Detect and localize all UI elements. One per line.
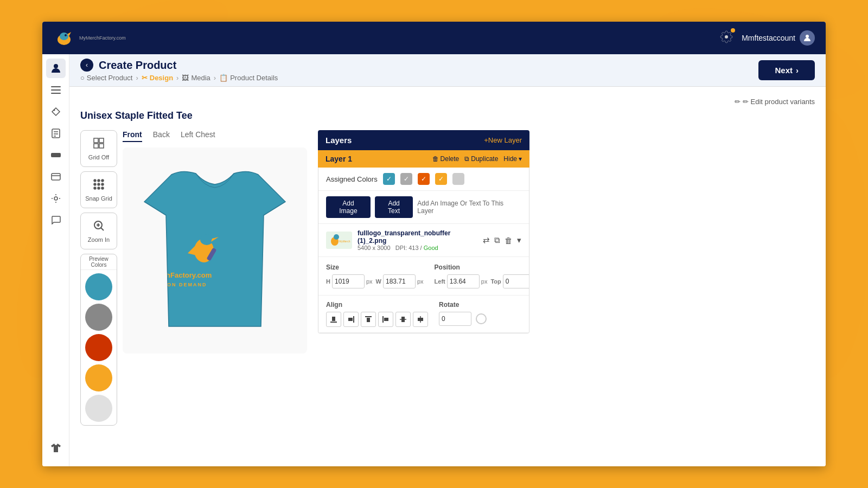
svg-rect-14 bbox=[51, 93, 61, 94]
add-text-btn[interactable]: Add Text bbox=[375, 196, 413, 218]
sidebar-item-menu[interactable] bbox=[46, 80, 66, 100]
main-content: ‹ Create Product ○ Select Product › ✂ De… bbox=[69, 54, 826, 466]
color-swatch-light-gray[interactable] bbox=[85, 395, 112, 422]
top-input-group: Top px bbox=[490, 274, 529, 288]
align-center-v-btn[interactable] bbox=[395, 312, 411, 327]
rotate-label: Rotate bbox=[439, 301, 521, 309]
design-view: Front Back Left Chest bbox=[123, 130, 307, 426]
delete-layer-btn[interactable]: 🗑 Delete bbox=[432, 155, 459, 163]
align-left-btn[interactable] bbox=[378, 312, 393, 327]
navbar: MyMerchFactory.com Mmftestaccount bbox=[42, 22, 826, 54]
align-bottom-btn[interactable] bbox=[326, 312, 341, 327]
svg-rect-55 bbox=[365, 316, 372, 317]
tshirt-canvas: MyMerchFactory.com PRINT ON DEMAND bbox=[123, 147, 307, 354]
image-info: fulllogo_transparent_nobuffer (1)_2.png … bbox=[358, 229, 477, 251]
align-center-h-btn[interactable] bbox=[413, 312, 428, 327]
settings-badge bbox=[731, 28, 735, 33]
svg-rect-24 bbox=[94, 138, 98, 143]
new-layer-button[interactable]: +New Layer bbox=[484, 136, 522, 144]
breadcrumb-product-details[interactable]: 📋 Product Details bbox=[219, 74, 278, 82]
duplicate-layer-btn[interactable]: ⧉ Duplicate bbox=[464, 155, 498, 163]
svg-text:MyMerchFactory.com: MyMerchFactory.com bbox=[140, 271, 212, 279]
svg-point-29 bbox=[98, 179, 100, 182]
sidebar-item-tag[interactable] bbox=[46, 102, 66, 121]
sidebar-item-bar[interactable] bbox=[46, 145, 66, 165]
sidebar-item-tshirt[interactable] bbox=[46, 438, 66, 458]
sub-header: ‹ Create Product ○ Select Product › ✂ De… bbox=[69, 54, 826, 87]
breadcrumb-select-product[interactable]: ○ Select Product bbox=[80, 74, 132, 82]
preview-colors-card: PreviewColors bbox=[80, 254, 117, 426]
sidebar-item-settings[interactable] bbox=[46, 189, 66, 208]
edit-variants-link[interactable]: ✏ ✏ Edit product variants bbox=[735, 98, 815, 106]
design-icon: ✂ bbox=[142, 74, 148, 82]
color-check-orange[interactable]: ✓ bbox=[418, 173, 430, 185]
position-group: Position Left px bbox=[435, 264, 529, 288]
layer-actions: 🗑 Delete ⧉ Duplicate Hide ▾ bbox=[432, 155, 522, 163]
top-input[interactable] bbox=[503, 274, 529, 288]
svg-point-49 bbox=[334, 234, 339, 240]
sidebar-item-card[interactable] bbox=[46, 167, 66, 187]
back-button[interactable]: ‹ bbox=[80, 59, 93, 72]
size-inputs: H px W px bbox=[326, 274, 424, 288]
svg-rect-58 bbox=[384, 318, 388, 321]
tab-front[interactable]: Front bbox=[123, 130, 142, 142]
content-area: ✏ ✏ Edit product variants Unisex Staple … bbox=[69, 87, 826, 466]
color-check-teal[interactable]: ✓ bbox=[383, 173, 395, 185]
color-check-yellow[interactable]: ✓ bbox=[435, 173, 447, 185]
breadcrumb: ○ Select Product › ✂ Design › 🖼 Media bbox=[80, 74, 278, 82]
svg-point-10 bbox=[806, 35, 809, 38]
browser-window: MyMerchFactory.com Mmftestaccount bbox=[42, 22, 826, 466]
color-check-light[interactable] bbox=[452, 173, 464, 185]
size-position-section: Size H px W bbox=[318, 257, 529, 296]
svg-rect-26 bbox=[94, 144, 98, 148]
align-right-btn[interactable] bbox=[343, 312, 359, 327]
color-check-gray[interactable]: ✓ bbox=[400, 173, 412, 185]
main-area: ‹ Create Product ○ Select Product › ✂ De… bbox=[42, 54, 826, 466]
tab-left-chest[interactable]: Left Chest bbox=[181, 130, 215, 142]
logo-text: MyMerchFactory.com bbox=[79, 35, 126, 41]
add-image-btn[interactable]: Add Image bbox=[326, 196, 371, 218]
delete-image-btn[interactable]: 🗑 bbox=[505, 236, 513, 245]
settings-icon-btn[interactable] bbox=[720, 30, 733, 46]
color-swatch-gray[interactable] bbox=[85, 304, 112, 331]
color-swatch-yellow[interactable] bbox=[85, 364, 112, 391]
width-input-group: W px bbox=[376, 274, 424, 288]
width-input[interactable] bbox=[383, 274, 416, 288]
hide-layer-btn[interactable]: Hide ▾ bbox=[503, 155, 522, 163]
height-input[interactable] bbox=[332, 274, 365, 288]
left-sidebar bbox=[42, 54, 69, 466]
svg-point-30 bbox=[101, 179, 104, 182]
svg-rect-51 bbox=[332, 317, 335, 321]
left-input[interactable] bbox=[447, 274, 480, 288]
tab-back[interactable]: Back bbox=[153, 130, 170, 142]
view-tabs: Front Back Left Chest bbox=[123, 130, 307, 142]
svg-point-34 bbox=[94, 187, 96, 189]
rotate-circle[interactable] bbox=[476, 313, 487, 324]
align-top-btn[interactable] bbox=[361, 312, 376, 327]
breadcrumb-design[interactable]: ✂ Design bbox=[142, 74, 173, 82]
grid-off-btn[interactable]: Grid Off bbox=[80, 130, 117, 167]
sidebar-item-chat[interactable] bbox=[46, 210, 66, 230]
rotate-group: Rotate bbox=[439, 301, 521, 327]
color-swatch-teal[interactable] bbox=[85, 273, 112, 300]
copy-image-btn[interactable]: ⧉ bbox=[494, 235, 500, 245]
next-button[interactable]: Next › bbox=[758, 60, 815, 80]
sidebar-item-document[interactable] bbox=[46, 124, 66, 143]
align-section: Align bbox=[318, 296, 529, 333]
breadcrumb-media[interactable]: 🖼 Media bbox=[182, 74, 210, 82]
sidebar-item-user[interactable] bbox=[46, 59, 66, 78]
edit-icon: ✏ bbox=[735, 98, 741, 106]
svg-rect-57 bbox=[382, 316, 384, 323]
snap-grid-btn[interactable]: Snap Grid bbox=[80, 171, 117, 208]
zoom-in-btn[interactable]: Zoom In bbox=[80, 213, 117, 249]
zoom-icon bbox=[93, 220, 105, 234]
collapse-image-btn[interactable]: ▾ bbox=[517, 235, 521, 245]
layers-panel: Layers +New Layer Layer 1 🗑 Delete bbox=[318, 130, 529, 426]
replace-image-btn[interactable]: ⇄ bbox=[483, 235, 490, 245]
page-title: Create Product bbox=[99, 59, 176, 72]
svg-point-36 bbox=[101, 187, 104, 189]
layers-title: Layers bbox=[326, 136, 352, 145]
rotate-input[interactable] bbox=[439, 312, 471, 326]
svg-rect-52 bbox=[330, 322, 337, 323]
color-swatch-red[interactable] bbox=[85, 334, 112, 361]
